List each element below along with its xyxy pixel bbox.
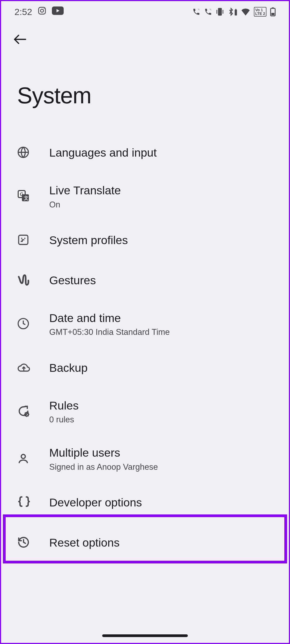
item-label: Reset options xyxy=(49,536,273,550)
item-label: System profiles xyxy=(49,233,273,247)
status-bar: 2:52 Vo 1 LTE 2 xyxy=(1,1,289,22)
app-toolbar xyxy=(1,22,289,48)
profiles-icon xyxy=(17,234,29,247)
status-right: Vo 1 LTE 2 xyxy=(192,7,276,17)
battery-icon xyxy=(270,7,276,16)
translate-icon: G文 xyxy=(17,190,30,203)
instagram-icon xyxy=(37,6,47,17)
svg-rect-4 xyxy=(218,8,222,16)
svg-point-1 xyxy=(41,9,44,12)
item-sublabel: On xyxy=(49,200,273,210)
item-sublabel: Signed in as Anoop Varghese xyxy=(49,462,273,472)
svg-rect-11 xyxy=(271,13,274,15)
call-icon-1 xyxy=(192,8,200,16)
arrow-back-icon xyxy=(13,32,27,47)
item-label: Gestures xyxy=(49,274,273,287)
gesture-icon xyxy=(17,274,30,287)
item-sublabel: GMT+05:30 India Standard Time xyxy=(49,327,273,337)
globe-icon xyxy=(17,146,29,160)
settings-list: Languages and input G文 Live Translate On… xyxy=(1,133,289,563)
cloud-upload-icon xyxy=(17,362,30,374)
item-rules[interactable]: Rules 0 rules xyxy=(1,388,289,435)
item-label: Multiple users xyxy=(49,446,273,460)
svg-point-2 xyxy=(44,8,45,9)
item-developer-options[interactable]: Developer options xyxy=(1,483,289,523)
item-date-time[interactable]: Date and time GMT+05:30 India Standard T… xyxy=(1,301,289,348)
svg-line-24 xyxy=(24,406,27,407)
svg-rect-10 xyxy=(272,7,274,9)
item-multiple-users[interactable]: Multiple users Signed in as Anoop Varghe… xyxy=(1,435,289,483)
status-left: 2:52 xyxy=(14,6,64,17)
svg-text:文: 文 xyxy=(24,195,29,201)
item-languages-input[interactable]: Languages and input xyxy=(1,133,289,173)
item-label: Live Translate xyxy=(49,184,273,198)
volte-icon: Vo 1 LTE 2 xyxy=(254,7,266,17)
braces-icon xyxy=(17,495,31,510)
wifi-icon xyxy=(241,8,250,16)
bluetooth-battery-icon xyxy=(228,7,237,16)
status-time: 2:52 xyxy=(14,7,32,17)
item-sublabel: 0 rules xyxy=(49,415,273,425)
svg-point-26 xyxy=(26,414,27,415)
history-icon xyxy=(17,536,30,550)
clock-icon xyxy=(17,317,29,331)
item-label: Backup xyxy=(49,361,273,375)
item-gestures[interactable]: Gestures xyxy=(1,260,289,301)
item-system-profiles[interactable]: System profiles xyxy=(1,220,289,260)
svg-rect-8 xyxy=(235,9,236,10)
gesture-nav-pill[interactable] xyxy=(102,634,188,637)
svg-rect-0 xyxy=(39,7,45,14)
item-reset-options[interactable]: Reset options xyxy=(1,523,289,563)
svg-point-20 xyxy=(21,238,22,239)
item-label: Date and time xyxy=(49,311,273,325)
svg-rect-7 xyxy=(235,10,237,16)
item-backup[interactable]: Backup xyxy=(1,348,289,388)
item-label: Developer options xyxy=(49,496,273,510)
item-label: Languages and input xyxy=(49,146,273,160)
svg-point-21 xyxy=(24,238,25,239)
svg-point-27 xyxy=(21,454,25,458)
rules-icon xyxy=(17,405,30,419)
vibrate-icon xyxy=(216,7,224,16)
person-icon xyxy=(17,452,29,466)
item-label: Rules xyxy=(49,399,273,413)
youtube-icon xyxy=(52,6,64,17)
back-button[interactable] xyxy=(12,32,28,48)
page-title: System xyxy=(1,48,289,133)
call-icon-2 xyxy=(204,8,212,16)
item-live-translate[interactable]: G文 Live Translate On xyxy=(1,173,289,220)
